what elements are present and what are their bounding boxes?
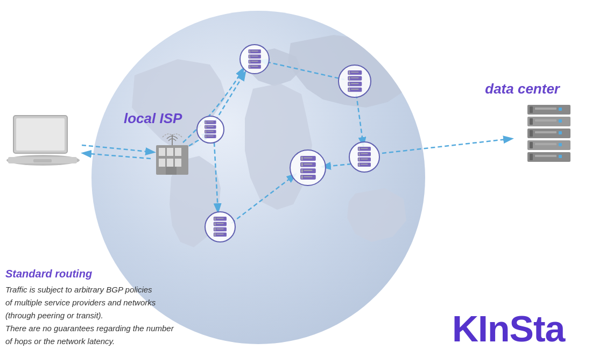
svg-rect-37: [206, 121, 207, 124]
bottom-text-block: Standard routing Traffic is subject to a…: [5, 268, 205, 348]
svg-rect-58: [301, 175, 302, 179]
routing-description: Traffic is subject to arbitrary BGP poli…: [5, 283, 205, 348]
svg-rect-46: [206, 135, 207, 138]
svg-rect-34: [349, 88, 350, 91]
svg-rect-23: [251, 66, 258, 66]
svg-text:KInSta: KInSta: [452, 309, 566, 347]
svg-rect-22: [249, 65, 250, 68]
svg-rect-93: [159, 159, 165, 167]
svg-rect-109: [559, 131, 562, 134]
svg-rect-90: [159, 148, 165, 156]
svg-rect-94: [167, 159, 173, 167]
svg-rect-38: [207, 122, 214, 122]
svg-rect-55: [301, 169, 302, 172]
server-icon: [245, 49, 264, 69]
svg-rect-40: [206, 126, 207, 129]
svg-rect-61: [358, 147, 360, 150]
svg-rect-91: [167, 148, 173, 156]
server-icon-5: [354, 147, 375, 167]
server-node-mid-center: [290, 149, 326, 186]
svg-rect-14: [251, 51, 258, 51]
isp-label: local ISP: [124, 110, 182, 127]
svg-rect-71: [361, 164, 368, 165]
svg-rect-43: [206, 131, 207, 133]
server-node-mid-left: [196, 116, 224, 144]
svg-rect-47: [207, 135, 214, 136]
svg-rect-111: [530, 142, 533, 148]
svg-rect-70: [358, 163, 360, 166]
svg-rect-77: [216, 223, 224, 224]
svg-rect-107: [530, 130, 533, 137]
svg-rect-44: [207, 131, 214, 132]
kinsta-logo: KInSta: [452, 309, 581, 353]
svg-rect-74: [216, 218, 224, 219]
svg-rect-17: [251, 55, 258, 56]
svg-rect-25: [349, 71, 350, 74]
svg-rect-59: [304, 176, 312, 177]
desc-line-4: There are no guarantees regarding the nu…: [5, 324, 174, 333]
svg-rect-68: [361, 159, 368, 160]
svg-rect-16: [249, 55, 250, 58]
desc-line-1: Traffic is subject to arbitrary BGP poli…: [5, 285, 152, 294]
datacenter-icon: [522, 102, 576, 167]
svg-rect-79: [214, 228, 215, 231]
svg-rect-104: [535, 119, 556, 122]
svg-rect-26: [351, 72, 359, 73]
svg-rect-50: [304, 157, 312, 158]
svg-rect-35: [351, 89, 359, 90]
svg-rect-88: [33, 159, 52, 162]
svg-rect-76: [214, 223, 215, 225]
svg-rect-100: [535, 108, 556, 110]
datacenter-label: data center: [485, 81, 560, 97]
svg-rect-31: [349, 82, 350, 85]
svg-rect-113: [559, 143, 562, 146]
desc-line-2: of multiple service providers and networ…: [5, 298, 156, 307]
svg-rect-19: [249, 60, 250, 63]
svg-rect-80: [216, 229, 224, 230]
svg-rect-56: [304, 170, 312, 171]
svg-rect-20: [251, 61, 258, 61]
svg-rect-115: [530, 154, 533, 160]
laptop-icon: [5, 113, 81, 172]
server-node-mid-right: [349, 141, 380, 173]
svg-rect-62: [361, 148, 368, 149]
svg-rect-13: [249, 50, 250, 53]
svg-rect-112: [535, 143, 556, 145]
svg-rect-65: [361, 153, 368, 154]
svg-rect-83: [216, 234, 224, 235]
svg-rect-117: [559, 155, 562, 158]
svg-rect-108: [535, 131, 556, 133]
server-icon-3: [201, 120, 220, 139]
svg-rect-49: [301, 156, 302, 160]
svg-rect-105: [559, 119, 562, 123]
svg-rect-85: [16, 118, 65, 151]
desc-line-3: (through peering or transit).: [5, 311, 103, 320]
svg-rect-95: [175, 159, 181, 167]
standard-routing-title: Standard routing: [5, 268, 205, 280]
svg-rect-73: [214, 217, 215, 220]
svg-rect-96: [166, 167, 177, 175]
desc-line-5: of hops or the network latency.: [5, 337, 115, 346]
svg-rect-52: [301, 163, 302, 166]
isp-building-icon: [151, 129, 194, 172]
svg-rect-103: [530, 118, 533, 125]
server-icon-4: [296, 156, 320, 180]
svg-rect-32: [351, 83, 359, 84]
svg-rect-29: [351, 77, 359, 78]
svg-rect-101: [559, 108, 562, 111]
svg-rect-41: [207, 126, 214, 127]
server-icon-2: [344, 70, 366, 92]
svg-rect-116: [535, 155, 556, 157]
svg-rect-64: [358, 153, 360, 155]
svg-rect-28: [349, 76, 350, 80]
svg-rect-67: [358, 158, 360, 161]
svg-rect-99: [530, 106, 533, 113]
svg-rect-53: [304, 163, 312, 165]
svg-rect-82: [214, 233, 215, 236]
svg-rect-92: [175, 148, 181, 156]
server-node-bottom-left: [205, 211, 236, 242]
server-node-top-right: [338, 65, 371, 98]
server-node-top-center: [239, 44, 270, 74]
server-icon-6: [210, 217, 230, 237]
